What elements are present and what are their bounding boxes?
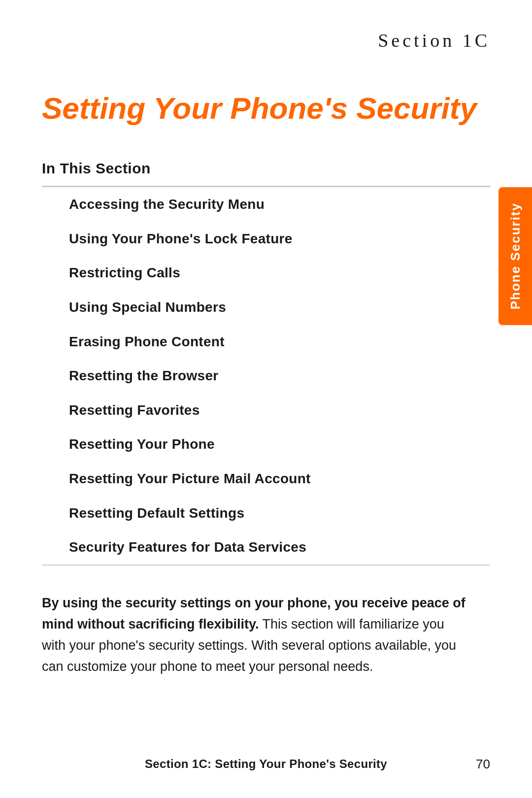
toc-item: Using Your Phone's Lock Feature <box>42 222 490 256</box>
toc-item: Using Special Numbers <box>42 290 490 325</box>
toc-item: Security Features for Data Services <box>42 530 490 565</box>
toc-item: Resetting the Browser <box>42 359 490 393</box>
toc-heading: In This Section <box>42 160 490 177</box>
toc-item: Restricting Calls <box>42 256 490 290</box>
body-text: By using the security settings on your p… <box>42 593 466 678</box>
footer: Section 1C: Setting Your Phone's Securit… <box>42 757 490 771</box>
toc-item: Accessing the Security Menu <box>42 187 490 222</box>
toc-item: Resetting Your Picture Mail Account <box>42 462 490 496</box>
toc-container: Accessing the Security Menu Using Your P… <box>42 186 490 565</box>
footer-page-number: 70 <box>476 757 490 772</box>
section-label: Section 1C <box>42 30 490 51</box>
sidebar-tab-text: Phone Security <box>508 202 523 309</box>
page-title: Setting Your Phone's Security <box>42 91 490 126</box>
footer-label: Section 1C: Setting Your Phone's Securit… <box>145 757 387 771</box>
sidebar-tab: Phone Security <box>499 187 532 325</box>
toc-item: Resetting Your Phone <box>42 427 490 462</box>
toc-item: Resetting Default Settings <box>42 496 490 531</box>
page-container: Section 1C Setting Your Phone's Security… <box>0 0 532 798</box>
toc-end-divider <box>42 565 490 565</box>
toc-item: Resetting Favorites <box>42 393 490 428</box>
toc-item: Erasing Phone Content <box>42 325 490 359</box>
